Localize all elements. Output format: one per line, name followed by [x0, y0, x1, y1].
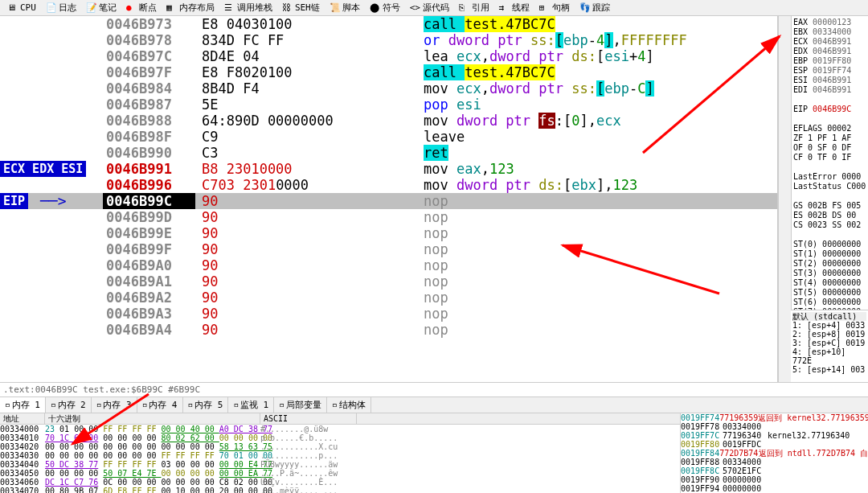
dump-row[interactable]: 0033402000 00 00 00 00 00 00 00 00 00 00…: [0, 442, 680, 451]
memmap-tab[interactable]: ▦内存布局: [162, 0, 219, 15]
memory-dump[interactable]: 地址 十六进制 ASCII 0033400023 01 00 00 FF FF …: [0, 413, 680, 493]
register-row[interactable]: EDI 0046B991: [793, 85, 866, 95]
disassembly-view[interactable]: 0046B973E8 04030100call test.47BC7C0046B…: [0, 16, 778, 382]
disasm-row[interactable]: ECX EDX ESI0046B991B8 23010000mov eax,12…: [0, 161, 777, 177]
register-row[interactable]: EDX 0046B991: [793, 47, 866, 56]
callconv-panel[interactable]: 默认 (stdcall) 1: [esp+4] 00332: [esp+8] 0…: [791, 310, 868, 382]
stack-row[interactable]: 0019FF7477196359返回到 kernel32.77196359: [681, 413, 868, 422]
disasm-row[interactable]: 0046B996C703 23010000mov dword ptr ds:[e…: [0, 177, 777, 193]
register-row[interactable]: ECX 0046B991: [793, 37, 866, 47]
register-row[interactable]: EAX 00000123: [793, 18, 866, 27]
source-tab[interactable]: <>源代码: [406, 0, 453, 15]
callstack-tab[interactable]: ☰调用堆栈: [220, 0, 276, 15]
register-row[interactable]: ESP 0019FF74: [793, 66, 866, 76]
dump-tab-icon: ▫: [188, 400, 194, 410]
dump-col-ascii[interactable]: ASCII: [260, 413, 357, 424]
register-row[interactable]: ESI 0046B991: [793, 76, 866, 85]
dump-tab[interactable]: ▫内存 2: [46, 397, 92, 413]
stack-view[interactable]: 0019FF7477196359返回到 kernel32.77196359001…: [680, 413, 868, 493]
dump-addr: 00334000: [0, 425, 45, 433]
threads-tab[interactable]: ⇉线程: [495, 0, 534, 15]
stack-note: 返回到 ntdll.772D7B74 自: [759, 449, 868, 458]
stack-row[interactable]: 0019FF7C77196340kernel32.77196340: [681, 431, 868, 440]
stack-row[interactable]: 0019FF800019FFDC: [681, 440, 868, 449]
stack-row[interactable]: 0019FF7800334000: [681, 422, 868, 431]
seh-tab[interactable]: ⛓SEH链: [278, 0, 324, 15]
dump-tab[interactable]: ▫内存 3: [92, 397, 137, 413]
disasm-row[interactable]: 0046B9A290nop: [0, 290, 777, 306]
addr-cell: 0046B987: [103, 97, 195, 113]
register-row[interactable]: EBP 0019FF80: [793, 56, 866, 66]
disasm-row[interactable]: 0046B9A090nop: [0, 257, 777, 273]
disasm-row[interactable]: 0046B9A490nop: [0, 322, 777, 338]
dump-hex: 70 1C 62 00 00 00 00 00 80 02 62 00 00 0…: [45, 433, 260, 442]
dump-tab[interactable]: ▫内存 1: [0, 397, 46, 413]
dump-row[interactable]: 0033404050 DC 38 77 FF FF FF FF 03 00 00…: [0, 460, 680, 469]
callconv-row[interactable]: 3: [esp+C] 0019: [792, 339, 866, 347]
dump-row[interactable]: 0033405000 00 00 00 50 07 E4 7E 00 00 00…: [0, 469, 680, 478]
callstack-icon: ☰: [224, 2, 235, 14]
breakpoints-tab[interactable]: ●断点: [122, 0, 161, 15]
eip-arrow-icon: ──>: [40, 193, 67, 209]
disasm-row[interactable]: 0046B978834D FC FFor dword ptr ss:[ebp-4…: [0, 32, 777, 48]
disasm-row[interactable]: 0046B99F90nop: [0, 241, 777, 257]
disasm-row[interactable]: 0046B97FE8 F8020100call test.47BC7C: [0, 64, 777, 80]
asm-cell: nop: [420, 306, 777, 322]
notes-tab[interactable]: 📝笔记: [82, 0, 121, 15]
stack-row[interactable]: 0019FF9000000000: [681, 475, 868, 484]
asm-cell: nop: [420, 209, 777, 225]
disasm-row[interactable]: 0046B99E90nop: [0, 225, 777, 241]
disasm-row[interactable]: 0046B9A390nop: [0, 306, 777, 322]
stack-val: 77196359: [719, 413, 758, 422]
eip-row[interactable]: EIP 0046B99C: [793, 105, 866, 114]
dump-tab[interactable]: ▫局部变量: [274, 397, 327, 413]
bytes-cell: 64:890D 00000000: [195, 113, 420, 129]
disasm-row[interactable]: 0046B9875Epop esi: [0, 97, 777, 113]
log-tab[interactable]: 📄日志: [42, 0, 80, 15]
bytes-cell: 90: [195, 241, 420, 257]
addr-cell: 0046B988: [103, 113, 195, 129]
dump-col-hex[interactable]: 十六进制: [45, 413, 260, 424]
disasm-row[interactable]: 0046B97C8D4E 04lea ecx,dword ptr ds:[esi…: [0, 48, 777, 64]
register-row[interactable]: EBX 00334000: [793, 27, 866, 37]
ref-tab[interactable]: ⎘引用: [455, 0, 493, 15]
callconv-row[interactable]: 4: [esp+10] 772E: [792, 347, 866, 365]
callconv-row[interactable]: 2: [esp+8] 0019: [792, 330, 866, 339]
trace-tab[interactable]: 👣跟踪: [575, 0, 614, 15]
script-tab[interactable]: 📜脚本: [326, 0, 364, 15]
callconv-title: 默认 (stdcall): [792, 312, 866, 321]
disasm-scrollbar[interactable]: [778, 16, 791, 382]
stack-row[interactable]: 0019FF8C5702E1FC: [681, 466, 868, 475]
dump-row[interactable]: 0033400023 01 00 00 FF FF FF FF 00 00 40…: [0, 425, 680, 433]
disasm-row[interactable]: 0046B98FC9leave: [0, 129, 777, 145]
dump-row[interactable]: 0033407000 80 9B 07 6D E8 FF FF 00 10 00…: [0, 487, 680, 493]
fpu-row: ST(7) 00000000: [793, 307, 866, 310]
disasm-row[interactable]: 0046B973E8 04030100call test.47BC7C: [0, 16, 777, 32]
dump-tab[interactable]: ▫内存 4: [137, 397, 183, 413]
dump-row[interactable]: 0033403000 00 00 00 00 00 00 00 FF FF FF…: [0, 451, 680, 460]
symbols-tab[interactable]: ⬤符号: [366, 0, 404, 15]
callconv-row[interactable]: 5: [esp+14] 003: [792, 365, 866, 374]
dump-tab[interactable]: ▫内存 5: [183, 397, 229, 413]
register-panel[interactable]: EAX 00000123EBX 00334000ECX 0046B991EDX …: [791, 16, 868, 310]
disasm-row[interactable]: 0046B990C3ret: [0, 145, 777, 161]
disasm-row[interactable]: 0046B9A190nop: [0, 273, 777, 290]
disasm-row[interactable]: 0046B98864:890D 00000000mov dword ptr fs…: [0, 113, 777, 129]
callconv-row[interactable]: 1: [esp+4] 0033: [792, 321, 866, 330]
stack-row[interactable]: 0019FF8800334000: [681, 458, 868, 466]
dump-row[interactable]: 00334060DC 1C C7 76 0C 00 00 00 00 00 00…: [0, 478, 680, 487]
handles-tab[interactable]: ⊞句柄: [535, 0, 574, 15]
stack-row[interactable]: 0019FF9400000000: [681, 484, 868, 493]
dump-row[interactable]: 0033401070 1C 62 00 00 00 00 00 80 02 62…: [0, 433, 680, 442]
script-icon: 📜: [330, 2, 341, 14]
addr-cell: 0046B978: [103, 32, 195, 48]
dump-col-addr[interactable]: 地址: [0, 413, 45, 424]
disasm-row[interactable]: EIP──>0046B99C90nop: [0, 193, 777, 209]
disasm-row[interactable]: 0046B9848B4D F4mov ecx,dword ptr ss:[ebp…: [0, 80, 777, 97]
disasm-row[interactable]: 0046B99D90nop: [0, 209, 777, 225]
stack-row[interactable]: 0019FF84772D7B74返回到 ntdll.772D7B74 自: [681, 449, 868, 458]
stack-addr: 0019FF78: [681, 422, 723, 431]
cpu-tab[interactable]: 🖥CPU: [3, 1, 40, 15]
dump-tab[interactable]: ▫监视 1: [228, 397, 274, 413]
dump-tab[interactable]: ▫结构体: [327, 397, 371, 413]
